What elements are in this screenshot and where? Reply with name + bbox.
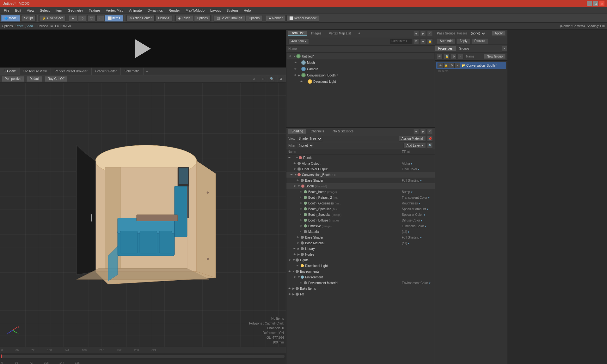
shading-pin-icon[interactable]: 📌: [427, 136, 433, 142]
shader-item-render[interactable]: 👁 ▼ Render: [286, 155, 435, 161]
menu-geometry[interactable]: Geometry: [65, 8, 85, 13]
menu-select[interactable]: Select: [37, 8, 52, 13]
shading-close-icon[interactable]: ✕: [427, 129, 433, 134]
shader-item-material[interactable]: 👁 Material (all) ▾: [286, 229, 435, 234]
shader-item-booth-material[interactable]: 👁 ▼ Booth (Material): [286, 183, 435, 189]
menu-file[interactable]: File: [1, 8, 12, 13]
shader-item-booth-diffuse[interactable]: 👁 Booth_Diffuse (Image) Diffuse Color ▾: [286, 217, 435, 223]
tab-gradient-editor[interactable]: Gradient Editor: [92, 68, 121, 75]
shader-item-booth-spec-tex[interactable]: 👁 Booth_Specular (Tex... Specular Amount…: [286, 206, 435, 212]
shader-item-conv-booth[interactable]: 👁 ▼ Conversation_Booth 0 ≡: [286, 172, 435, 178]
shader-item-lights[interactable]: 👁 ▼ Lights: [286, 257, 435, 263]
apply-button[interactable]: Apply: [457, 38, 470, 44]
sel-2-button[interactable]: ◇: [78, 15, 86, 21]
menu-maxtomodo[interactable]: MaxToModo: [183, 8, 207, 13]
play-button[interactable]: [135, 39, 151, 58]
menu-render[interactable]: Render: [166, 8, 182, 13]
shader-item-booth-refract[interactable]: 👁 Booth_Refract_2 (Im... Transparent Col…: [286, 195, 435, 200]
shader-item-booth-spec-img[interactable]: 👁 Booth_Specular (Image) Specular Color …: [286, 212, 435, 217]
add-layer-button[interactable]: Add Layer ▾: [403, 143, 426, 149]
tab-item-list[interactable]: Item List: [288, 31, 307, 36]
tab-vertex-map-list[interactable]: Vertex Map List: [326, 31, 354, 36]
shader-item-booth-gloss[interactable]: 👁 Booth_Glossiness (Im... Roughness ▾: [286, 200, 435, 206]
falloff-button[interactable]: ◈ Falloff: [175, 15, 193, 21]
shading-preset-button[interactable]: Default: [27, 76, 42, 82]
tab-groups[interactable]: Groups: [456, 46, 473, 51]
menu-system[interactable]: System: [224, 8, 241, 13]
select-through-button[interactable]: ◫ Select Through: [214, 15, 245, 21]
render-window-button[interactable]: ⬜ Render Window: [286, 15, 319, 21]
sel-4-button[interactable]: ○: [96, 15, 104, 21]
filter-items-input[interactable]: [390, 39, 412, 44]
shader-item-base-material[interactable]: 👁 Base Material (all) ▾: [286, 240, 435, 246]
tab-3d-view[interactable]: 3D View: [0, 68, 20, 75]
minimize-button[interactable]: _: [587, 1, 592, 6]
mode-sculpt-button[interactable]: Sculpt: [21, 15, 36, 21]
shader-item-environment[interactable]: 👁 ▼ Environment: [286, 274, 435, 280]
menu-item[interactable]: Item: [53, 8, 64, 13]
items-button[interactable]: ⬜ Items: [105, 15, 123, 21]
menu-dynamics[interactable]: Dynamics: [145, 8, 165, 13]
sel-1-button[interactable]: ◈: [69, 15, 77, 21]
shading-filter-icon[interactable]: 🔍: [427, 143, 433, 149]
discard-button[interactable]: Discard: [472, 38, 488, 44]
sel-3-button[interactable]: ▽: [87, 15, 95, 21]
auto-select-button[interactable]: ⚡ Auto Select: [39, 15, 65, 21]
mode-model-button[interactable]: 🔷 Model: [1, 15, 20, 21]
tab-add-button[interactable]: +: [144, 69, 150, 74]
shader-item-dir-light[interactable]: 👁 Directional Light: [286, 263, 435, 269]
action-center-button[interactable]: ⊙ Action Center: [126, 15, 155, 21]
select-options-button[interactable]: Options: [156, 15, 172, 21]
menu-texture[interactable]: Texture: [86, 8, 103, 13]
menu-edit[interactable]: Edit: [13, 8, 24, 13]
shading-collapse-icon[interactable]: ◀: [413, 129, 419, 134]
group-eye-icon[interactable]: 👁: [437, 54, 443, 59]
panel-expand-icon[interactable]: ▶: [420, 31, 426, 36]
vp-settings-icon[interactable]: ⚙: [278, 76, 284, 82]
new-button[interactable]: Apply: [492, 31, 506, 36]
groups-add-icon[interactable]: +: [502, 46, 507, 52]
tree-item-conversation-booth[interactable]: 👁 ▶ Conversation_Booth 2: [287, 72, 434, 78]
panel-close-icon[interactable]: ✕: [427, 31, 433, 36]
maximize-button[interactable]: □: [593, 1, 598, 6]
item-list-collapse-icon[interactable]: ◀: [420, 39, 426, 44]
add-item-button[interactable]: Add Item ▾: [288, 39, 309, 44]
tree-item-camera[interactable]: 👁 Camera: [287, 66, 434, 72]
tab-channels[interactable]: Channels: [308, 129, 327, 134]
group-item-conv-booth[interactable]: 👁 🔒 ⚙ - 📁 Conversation_Booth 4: [436, 62, 506, 69]
tab-uv-texture-view[interactable]: UV Texture View: [20, 68, 51, 75]
passes-select[interactable]: (none): [469, 31, 486, 36]
item-list-lock-icon[interactable]: 🔒: [427, 39, 433, 44]
3d-viewport[interactable]: X Y Z No Items Polygons : Catmull-Clark …: [0, 83, 286, 347]
tab-info-statistics[interactable]: Info & Statistics: [328, 129, 357, 134]
shader-item-booth-bump[interactable]: 👁 Booth_bump (Image) Bump ▾: [286, 189, 435, 195]
tab-render-preset-browser[interactable]: Render Preset Browser: [51, 68, 92, 75]
tree-item-untitled[interactable]: 👁 ▼ Untitled*: [287, 53, 434, 59]
render-options-button[interactable]: Options: [246, 15, 262, 21]
shader-item-nodes[interactable]: 👁 ▶ Nodes: [286, 252, 435, 257]
group-minus-icon[interactable]: -: [458, 54, 463, 59]
menu-vertex-map[interactable]: Vertex Map: [103, 8, 126, 13]
falloff-options-button[interactable]: Options: [194, 15, 211, 21]
group-lock-icon[interactable]: 🔒: [444, 54, 450, 59]
tab-schematic[interactable]: Schematic: [121, 68, 144, 75]
menu-animate[interactable]: Animate: [126, 8, 144, 13]
menu-layout[interactable]: Layout: [208, 8, 223, 13]
shader-tree-select[interactable]: Shader Tree: [297, 136, 322, 142]
auto-add-button[interactable]: Auto Add: [437, 38, 456, 44]
tree-item-mesh[interactable]: 👁 Mesh: [287, 59, 434, 66]
new-group-button[interactable]: New Group: [484, 54, 506, 59]
shader-item-environments[interactable]: 👁 ▼ Environments: [286, 269, 435, 274]
shader-item-fx[interactable]: 👁 ▶ FX: [286, 291, 435, 297]
vp-search-icon[interactable]: 🔍: [269, 76, 275, 82]
tab-shading[interactable]: Shading: [288, 129, 306, 134]
shader-item-alpha[interactable]: 👁 Alpha Output Alpha ▾: [286, 161, 435, 166]
ray-gl-button[interactable]: Ray GL: Off: [45, 76, 67, 82]
shader-item-base-shader-2[interactable]: 👁 Base Shader Full Shading ▾: [286, 234, 435, 240]
shader-item-library[interactable]: 👁 ▶ Library: [286, 246, 435, 252]
vp-frame-icon[interactable]: ⊡: [260, 76, 266, 82]
close-button[interactable]: ✕: [599, 1, 604, 6]
vp-home-icon[interactable]: ⌂: [251, 76, 257, 82]
tab-properties[interactable]: Properties: [435, 46, 456, 51]
filter-options-icon[interactable]: ⚙: [413, 39, 419, 44]
